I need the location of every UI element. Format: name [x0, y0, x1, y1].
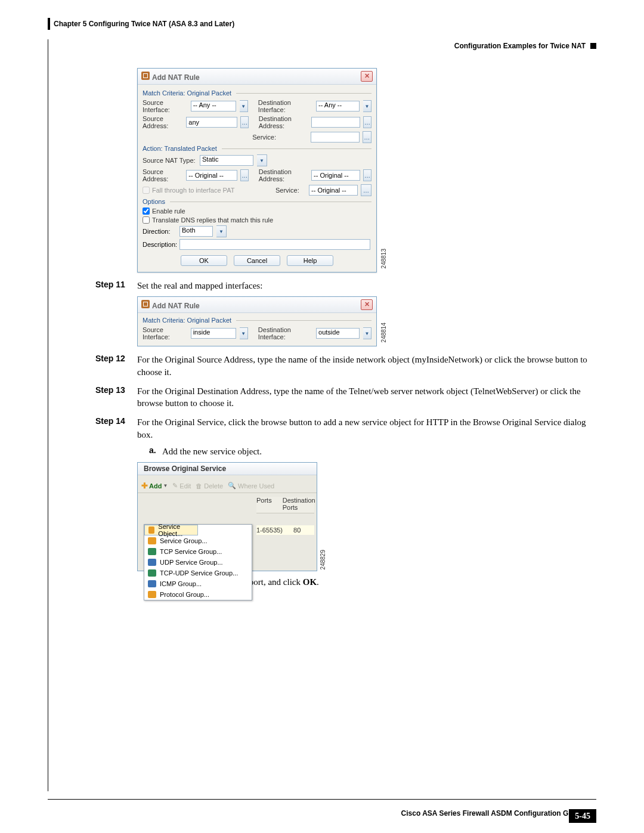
dst-address-input[interactable]: [311, 117, 360, 128]
snat-type-label: Source NAT Type:: [143, 157, 196, 164]
icmp-icon: [148, 580, 156, 587]
browse-button[interactable]: …: [363, 116, 371, 128]
chevron-down-icon[interactable]: ▼: [240, 100, 248, 112]
col-ports: Ports: [256, 497, 272, 511]
translate-dns-checkbox[interactable]: Translate DNS replies that match this ru…: [143, 216, 273, 224]
dialog-title: Add NAT Rule: [152, 73, 200, 82]
figure-code: 248829: [320, 550, 326, 569]
header-square-icon: [590, 43, 596, 49]
t-src-address-input[interactable]: [186, 170, 237, 181]
src-interface-select[interactable]: -- Any --: [191, 101, 236, 112]
edit-icon: ✎: [172, 482, 178, 490]
service-input[interactable]: [311, 132, 360, 143]
service-object-icon: [148, 527, 154, 534]
step-label: Step 12: [95, 354, 137, 378]
group-match-criteria: Match Criteria: Original Packet: [143, 89, 371, 97]
step-label: Step 14: [95, 416, 137, 441]
menu-item-icmp-group[interactable]: ICMP Group...: [144, 578, 252, 589]
close-icon[interactable]: ✕: [361, 71, 373, 82]
enable-rule-checkbox[interactable]: Enable rule: [143, 208, 185, 215]
dst-interface-label: Destination Interface:: [258, 99, 312, 113]
snat-type-select[interactable]: Static: [200, 155, 253, 166]
cell-ports: 1-65535): [256, 527, 283, 534]
protocol-icon: [148, 591, 156, 598]
chevron-down-icon[interactable]: ▼: [363, 327, 371, 339]
add-menu: Service Object... Service Group... TCP S…: [144, 524, 252, 600]
step-label: Step 13: [95, 385, 137, 410]
t-src-address-label: Source Address:: [143, 168, 182, 182]
page-number: 5-45: [569, 809, 596, 823]
group-match-criteria: Match Criteria: Original Packet: [143, 317, 371, 324]
description-label: Description:: [143, 241, 176, 248]
udp-icon: [148, 559, 156, 566]
src-address-label: Source Address:: [143, 115, 182, 129]
menu-item-tcp-udp-service-group[interactable]: TCP-UDP Service Group...: [144, 568, 252, 578]
menu-item-tcp-service-group[interactable]: TCP Service Group...: [144, 546, 252, 557]
where-used-button: 🔍Where Used: [228, 482, 274, 490]
chevron-down-icon: ▼: [163, 483, 168, 488]
dialog-icon: [141, 300, 150, 308]
tcp-icon: [148, 548, 156, 555]
footer-guide: Cisco ASA Series Firewall ASDM Configura…: [401, 809, 583, 817]
col-dest-ports: Destination Ports: [283, 497, 315, 511]
browse-button[interactable]: …: [363, 169, 371, 181]
figure-code: 248814: [380, 323, 387, 342]
chevron-down-icon[interactable]: ▼: [240, 327, 248, 339]
dialog-icon: [141, 72, 150, 80]
browse-original-service-dialog: Browse Original Service ✚Add▼ ✎Edit 🗑Del…: [137, 462, 317, 571]
group-options: Options: [143, 198, 371, 205]
substep-text: Add the new service object.: [162, 445, 262, 457]
cancel-button[interactable]: Cancel: [234, 255, 280, 266]
browse-button[interactable]: …: [240, 116, 249, 128]
service-label: Service:: [252, 134, 306, 141]
src-interface-select[interactable]: inside: [191, 328, 236, 339]
close-icon[interactable]: ✕: [361, 299, 373, 310]
add-nat-rule-dialog: Add NAT Rule ✕ Match Criteria: Original …: [137, 68, 377, 272]
substep-label: a.: [149, 445, 162, 457]
step-text: Set the real and mapped interfaces:: [137, 280, 262, 292]
src-address-input[interactable]: [186, 117, 237, 128]
direction-select[interactable]: Both: [179, 226, 213, 237]
chevron-down-icon[interactable]: ▼: [363, 100, 371, 112]
figure-code: 248813: [380, 249, 387, 268]
chevron-down-icon[interactable]: ▼: [216, 225, 227, 237]
direction-label: Direction:: [143, 228, 176, 235]
t-service-label: Service:: [275, 187, 305, 194]
src-interface-label: Source Interface:: [143, 99, 187, 113]
search-icon: 🔍: [228, 482, 236, 490]
dst-interface-select[interactable]: -- Any --: [316, 101, 360, 112]
fallthrough-checkbox[interactable]: Fall through to interface PAT: [143, 187, 234, 194]
plus-icon: ✚: [141, 481, 148, 490]
menu-item-udp-service-group[interactable]: UDP Service Group...: [144, 557, 252, 568]
service-group-icon: [148, 537, 156, 544]
add-nat-rule-dialog-partial: Add NAT Rule ✕ Match Criteria: Original …: [137, 296, 377, 346]
menu-item-protocol-group[interactable]: Protocol Group...: [144, 589, 252, 600]
trash-icon: 🗑: [196, 482, 202, 490]
cell-dest: 80: [293, 527, 301, 534]
group-action: Action: Translated Packet: [143, 145, 371, 152]
edit-button: ✎Edit: [172, 482, 191, 490]
add-button[interactable]: ✚Add▼: [141, 481, 168, 490]
browse-button[interactable]: …: [240, 169, 249, 181]
step-text: For the Original Service, click the brow…: [137, 416, 596, 441]
ok-button[interactable]: OK: [181, 255, 227, 266]
dst-interface-select[interactable]: outside: [316, 328, 360, 339]
step-label: Step 11: [95, 280, 137, 292]
browse-button[interactable]: …: [361, 184, 371, 196]
chapter-header: Chapter 5 Configuring Twice NAT (ASA 8.3…: [48, 18, 234, 30]
t-dst-address-label: Destination Address:: [259, 168, 308, 182]
dialog-title: Add NAT Rule: [152, 302, 200, 310]
browse-button[interactable]: …: [363, 131, 371, 143]
t-service-input[interactable]: [309, 185, 358, 196]
src-interface-label: Source Interface:: [143, 326, 187, 340]
dst-address-label: Destination Address:: [259, 115, 308, 129]
tcp-udp-icon: [148, 569, 156, 577]
help-button[interactable]: Help: [287, 255, 333, 266]
section-header: Configuration Examples for Twice NAT: [454, 42, 586, 50]
delete-button: 🗑Delete: [196, 482, 223, 490]
dialog-title: Browse Original Service: [144, 465, 226, 473]
description-input[interactable]: [179, 239, 370, 250]
menu-item-service-object[interactable]: Service Object...: [144, 525, 198, 535]
chevron-down-icon[interactable]: ▼: [257, 154, 267, 166]
t-dst-address-input[interactable]: [311, 170, 360, 181]
